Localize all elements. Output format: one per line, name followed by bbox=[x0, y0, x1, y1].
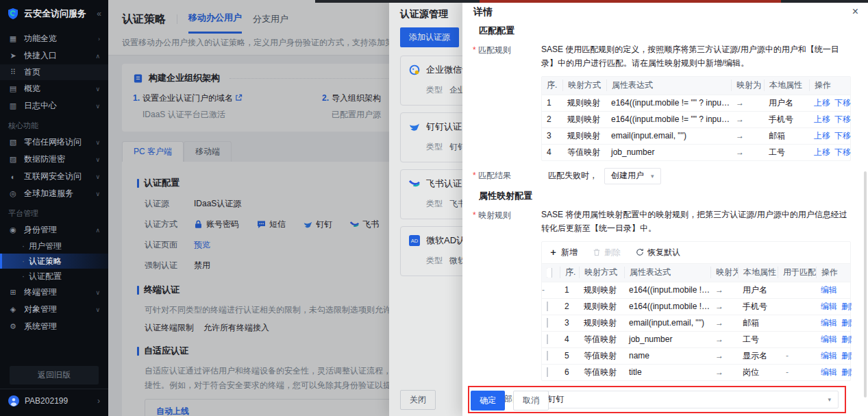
cell-operations: 编辑删除 bbox=[816, 317, 852, 329]
row-checkbox[interactable] bbox=[547, 351, 548, 360]
op-上移[interactable]: 上移 bbox=[814, 147, 830, 157]
sidebar-item-label: 概览 bbox=[24, 83, 40, 95]
sidebar-item-全球加速服务[interactable]: ◎全球加速服务∨ bbox=[0, 185, 108, 202]
sidebar-item-首页[interactable]: ⠿首页 bbox=[0, 64, 108, 80]
cell-expression: job_number bbox=[606, 147, 731, 157]
sync-dept-select[interactable]: /钉钉 ▾ bbox=[538, 391, 839, 408]
sidebar-item-概览[interactable]: ▤概览∨ bbox=[0, 80, 108, 97]
chevron-icon: ∨ bbox=[95, 306, 100, 313]
op-编辑[interactable]: 编辑 bbox=[821, 367, 837, 377]
shield-icon: ▧ bbox=[8, 138, 18, 147]
user-avatar-icon bbox=[8, 395, 19, 406]
op-删除[interactable]: 删除 bbox=[841, 318, 852, 328]
cancel-button[interactable]: 取消 bbox=[513, 391, 549, 411]
user-account-row[interactable]: PAB202199 › bbox=[0, 389, 108, 412]
chevron-icon: ∨ bbox=[95, 103, 100, 110]
op-下移[interactable]: 下移 bbox=[834, 98, 851, 108]
dashboard-icon: ▤ bbox=[8, 84, 18, 93]
table-header-cell: 用于匹配... bbox=[778, 267, 816, 278]
bullet-icon: · bbox=[22, 271, 25, 281]
sidebar-item-认证策略[interactable]: ·认证策略 bbox=[0, 254, 108, 269]
confirm-button[interactable]: 确定 bbox=[471, 391, 505, 411]
cell-used-for-match: - bbox=[778, 351, 816, 360]
cell-expression: e164((input.mobile != "" ? input.state_c… bbox=[606, 114, 731, 124]
op-删除[interactable]: 删除 bbox=[841, 302, 852, 311]
op-删除[interactable]: 删除 bbox=[841, 334, 852, 344]
op-上移[interactable]: 上移 bbox=[814, 98, 830, 108]
cell-expression: email(input.email, "") bbox=[606, 131, 731, 140]
cell-method: 等值映射 bbox=[579, 334, 624, 345]
chevron-icon: ∨ bbox=[95, 289, 100, 296]
back-to-old-version-button[interactable]: 返回旧版 bbox=[10, 366, 99, 384]
map-rule-label: 映射规则 bbox=[473, 208, 541, 381]
cell-seq: 3 bbox=[560, 318, 579, 328]
add-row-button[interactable]: ＋新增 bbox=[549, 246, 578, 258]
scrollbar-thumb[interactable] bbox=[864, 171, 867, 397]
sidebar-item-label: 对象管理 bbox=[24, 304, 57, 315]
cell-local-attr: 手机号 bbox=[764, 114, 809, 125]
sidebar-item-快捷入口[interactable]: ➤快捷入口∧ bbox=[0, 47, 108, 64]
op-编辑[interactable]: 编辑 bbox=[821, 302, 837, 311]
map-rule-desc: SASE 将使用属性映射配置中的映射规则，把第三方认证源/用户源中的用户信息经过… bbox=[541, 208, 851, 236]
table-header-cell: 映射方式 bbox=[562, 79, 606, 91]
chevron-icon: ∨ bbox=[95, 86, 100, 93]
bullet-icon: · bbox=[22, 256, 25, 266]
sidebar-item-互联网安全访问[interactable]: ◐互联网安全访问∨ bbox=[0, 168, 108, 185]
create-user-select[interactable]: 创建用户▾ bbox=[604, 168, 661, 184]
op-编辑[interactable]: 编辑 bbox=[821, 351, 837, 360]
chevron-icon: ∨ bbox=[95, 191, 100, 197]
sidebar-item-用户管理[interactable]: ·用户管理 bbox=[0, 238, 108, 254]
detail-panel: 详情 × 匹配配置 匹配规则 SASE 使用匹配规则的定义，按照顺序将第三方认证… bbox=[462, 0, 868, 416]
cell-seq: 2 bbox=[542, 114, 562, 124]
row-checkbox[interactable] bbox=[547, 318, 548, 328]
reset-default-button[interactable]: 恢复默认 bbox=[636, 247, 680, 258]
sidebar-item-功能全览[interactable]: ▦功能全览› bbox=[0, 30, 108, 47]
sidebar-item-系统管理[interactable]: ⚙系统管理 bbox=[0, 318, 108, 335]
table-header-cell: 序. bbox=[542, 79, 562, 91]
sidebar-item-日志中心[interactable]: ▥日志中心∨ bbox=[0, 97, 108, 114]
cell-seq: 6 bbox=[560, 367, 579, 377]
sidebar-item-身份管理[interactable]: ◉身份管理∧ bbox=[0, 221, 108, 238]
chevron-icon: › bbox=[98, 36, 100, 42]
cell-expression: name bbox=[624, 351, 710, 360]
sidebar-item-终端管理[interactable]: ⊞终端管理∨ bbox=[0, 284, 108, 301]
op-编辑[interactable]: 编辑 bbox=[821, 334, 837, 344]
op-删除[interactable]: 删除 bbox=[841, 367, 852, 377]
cell-used-for-match bbox=[778, 302, 816, 311]
op-删除[interactable]: 删除 bbox=[841, 351, 852, 360]
chevron-down-icon: ▾ bbox=[828, 396, 831, 403]
op-编辑[interactable]: 编辑 bbox=[821, 285, 837, 295]
sidebar-item-零信任网络访问[interactable]: ▧零信任网络访问∨ bbox=[0, 134, 108, 151]
select-all-checkbox[interactable] bbox=[547, 268, 552, 278]
sidebar-item-数据防泄密[interactable]: ▨数据防泄密∨ bbox=[0, 151, 108, 168]
op-下移[interactable]: 下移 bbox=[834, 131, 851, 140]
arrow-right-icon: → bbox=[731, 114, 764, 124]
sidebar-item-对象管理[interactable]: ◈对象管理∨ bbox=[0, 301, 108, 318]
sidebar-item-认证配置[interactable]: ·认证配置 bbox=[0, 269, 108, 284]
cell-expression: e164((input.mobile != ""... bbox=[624, 285, 710, 295]
internet-icon: ◐ bbox=[8, 173, 18, 181]
cell-local-attr: 手机号 bbox=[738, 301, 778, 313]
op-编辑[interactable]: 编辑 bbox=[821, 318, 837, 328]
row-checkbox[interactable] bbox=[547, 367, 548, 377]
arrow-right-icon: → bbox=[710, 367, 738, 377]
gear-icon: ⚙ bbox=[8, 322, 18, 331]
row-checkbox[interactable] bbox=[547, 302, 548, 311]
close-icon[interactable]: × bbox=[852, 5, 858, 18]
delete-rows-button[interactable]: 删除 bbox=[593, 247, 621, 258]
sidebar: 云安全访问服务 « ▦功能全览›➤快捷入口∧⠿首页▤概览∨▥日志中心∨核心功能▧… bbox=[0, 0, 108, 416]
arrow-right-icon: → bbox=[731, 98, 764, 108]
cell-local-attr: 工号 bbox=[764, 147, 809, 158]
sidebar-item-label: 快捷入口 bbox=[24, 50, 57, 62]
cell-operations: 上移下移 bbox=[809, 130, 852, 142]
match-rule-label: 匹配规则 bbox=[473, 42, 541, 161]
row-checkbox[interactable] bbox=[547, 334, 548, 344]
app-title: 云安全访问服务 bbox=[24, 8, 86, 20]
op-下移[interactable]: 下移 bbox=[834, 147, 851, 157]
op-上移[interactable]: 上移 bbox=[814, 114, 830, 124]
sidebar-collapse-icon[interactable]: « bbox=[97, 9, 101, 19]
cell-method: 等值映射 bbox=[579, 367, 624, 378]
op-下移[interactable]: 下移 bbox=[834, 114, 851, 124]
op-上移[interactable]: 上移 bbox=[814, 131, 830, 140]
match-none: - bbox=[786, 367, 789, 377]
